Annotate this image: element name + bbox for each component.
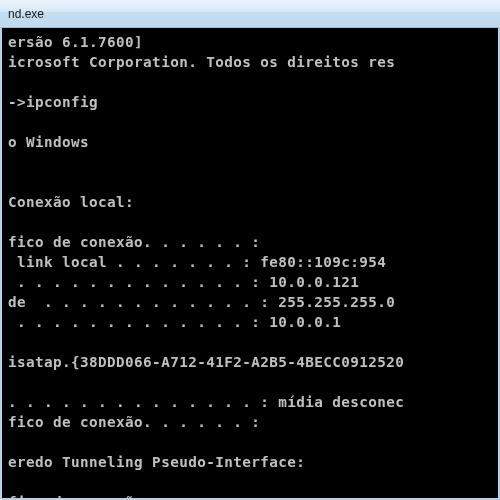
output-line: icrosoft Corporation. Todos os direitos …	[8, 54, 395, 70]
terminal-output: ersão 6.1.7600] icrosoft Corporation. To…	[8, 32, 492, 500]
output-line: link local . . . . . . . : fe80::109c:95…	[8, 254, 386, 270]
output-line: Conexão local:	[8, 194, 134, 210]
output-line: isatap.{38DDD066-A712-41F2-A2B5-4BECC091…	[8, 354, 404, 370]
output-line: fico de conexão. . . . . . :	[8, 414, 260, 430]
window-title: nd.exe	[8, 7, 44, 21]
command-prompt-window: nd.exe ersão 6.1.7600] icrosoft Corporat…	[0, 0, 500, 500]
output-line: . . . . . . . . . . . . . : 10.0.0.121	[8, 274, 359, 290]
output-line: . . . . . . . . . . . . . . : mídia desc…	[8, 394, 404, 410]
terminal-area[interactable]: ersão 6.1.7600] icrosoft Corporation. To…	[0, 28, 500, 500]
output-line: de . . . . . . . . . . . . : 255.255.255…	[8, 294, 395, 310]
output-line: eredo Tunneling Pseudo-Interface:	[8, 454, 305, 470]
output-line: o Windows	[8, 134, 89, 150]
output-line: . . . . . . . . . . . . . : 10.0.0.1	[8, 314, 341, 330]
output-line: fico de conexão. . . . . . :	[8, 494, 260, 500]
output-line: fico de conexão. . . . . . :	[8, 234, 260, 250]
output-line: ersão 6.1.7600]	[8, 34, 143, 50]
window-titlebar[interactable]: nd.exe	[0, 0, 500, 28]
output-line: ->ipconfig	[8, 94, 98, 110]
